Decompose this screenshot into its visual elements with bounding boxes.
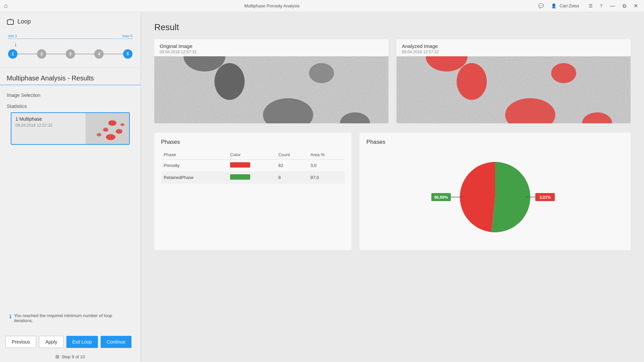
phase-name-1: Porosity [161, 160, 227, 172]
phase-count-1: 82 [276, 160, 308, 172]
svg-point-15 [309, 63, 334, 83]
bottom-buttons: Previous Apply Exit Loop Continue [0, 331, 141, 351]
statistics-label: Statistics [7, 103, 134, 109]
svg-text:↺: ↺ [9, 18, 12, 20]
svg-rect-0 [7, 20, 13, 24]
analysis-row: Phases Phase Color Count Area % Porosity [154, 133, 631, 250]
min-max-labels: min 1 max 5 [7, 34, 134, 38]
steps-row: 1 2 3 4 5 [7, 49, 134, 59]
phases-table-body: Porosity 82 3,0 RetainedPhase 8 97,0 [161, 160, 345, 184]
image-card-info: 1 Multiphase 09.04.2018 12:57:32 [11, 113, 86, 144]
analyzed-image-box: Analyzed Image 09.04.2018 12:57:32 [396, 39, 631, 123]
table-row: Porosity 82 3,0 [161, 160, 345, 172]
images-row: Original Image 09.04.2018 12:57:32 [154, 39, 631, 123]
svg-point-5 [103, 128, 108, 132]
analyzed-image-header: Analyzed Image 09.04.2018 12:57:32 [396, 39, 631, 56]
info-icon: ℹ [9, 313, 11, 320]
phase-count-2: 8 [276, 172, 308, 184]
col-phase: Phase [161, 150, 227, 160]
svg-point-23 [457, 63, 487, 100]
main-layout: ↺ Loop min 1 max 5 ↓ 1 2 3 4 [0, 12, 644, 362]
previous-button[interactable]: Previous [5, 336, 36, 348]
arrow-down: ↓ [7, 41, 134, 48]
title-bar: ⌂ Multiphase Porosity Analysis 💬 👤 Carl … [0, 0, 644, 12]
green-label-text: 96,99% [434, 195, 448, 200]
left-panel: ↺ Loop min 1 max 5 ↓ 1 2 3 4 [0, 12, 141, 362]
loop-title: ↺ Loop [7, 18, 134, 25]
svg-point-8 [97, 133, 101, 136]
red-label-text: 3,01% [539, 195, 551, 200]
close-button[interactable]: ✕ [632, 2, 640, 10]
phase-color-2 [227, 172, 276, 184]
step-line-4 [104, 54, 123, 54]
step-5[interactable]: 5 [123, 49, 132, 59]
continue-button[interactable]: Continue [101, 336, 131, 348]
chat-icon[interactable]: 💬 [536, 3, 546, 9]
loop-icon: ↺ [7, 18, 14, 25]
nav-items: Image Selection Statistics 1 Multiphase … [0, 85, 141, 156]
original-image-svg [154, 56, 388, 123]
pie-segment-red [460, 162, 495, 232]
info-message: ℹ You reached the required minimum numbe… [4, 308, 137, 328]
exit-loop-button[interactable]: Exit Loop [66, 336, 98, 348]
help-icon[interactable]: ? [598, 3, 604, 9]
restore-button[interactable]: ⧉ [621, 2, 628, 10]
step-indicator: ⊞ Step 9 of 10 [0, 351, 141, 362]
minimize-button[interactable]: — [608, 2, 617, 10]
phase-area-2: 97,0 [308, 172, 345, 184]
image-card-thumb [86, 113, 129, 144]
phases-chart-title: Phases [366, 139, 624, 145]
svg-point-9 [120, 123, 124, 126]
step-3[interactable]: 3 [66, 49, 75, 59]
step-line-2 [46, 54, 66, 54]
phase-name-2: RetainedPhase [161, 172, 227, 184]
original-image-header: Original Image 09.04.2018 12:57:32 [154, 39, 388, 56]
step-4[interactable]: 4 [94, 49, 104, 59]
phase-area-1: 3,0 [308, 160, 345, 172]
section-title: Multiphase Analysis - Results [0, 68, 141, 85]
pie-chart-svg: 96,99% 3,01% [425, 154, 566, 241]
svg-point-13 [214, 63, 245, 100]
menu-icon[interactable]: ☰ [587, 3, 595, 9]
col-area: Area % [308, 150, 345, 160]
dashed-line [8, 39, 132, 39]
svg-point-6 [116, 129, 122, 134]
right-panel: Result Original Image 09.04.2018 12:57:3… [141, 12, 644, 362]
swatch-red [230, 162, 250, 168]
result-title: Result [154, 22, 631, 33]
loop-header: ↺ Loop min 1 max 5 ↓ 1 2 3 4 [0, 12, 141, 68]
step-1[interactable]: 1 [8, 49, 17, 59]
step-indicator-icon: ⊞ [55, 354, 59, 359]
image-card-title: 1 Multiphase [15, 116, 82, 122]
title-bar-right: 💬 👤 Carl Zeiss ☰ ? — ⧉ ✕ [536, 2, 640, 10]
phases-chart-box: Phases [360, 133, 631, 250]
nav-image-selection[interactable]: Image Selection [0, 89, 141, 101]
pie-container: 96,99% 3,01% [366, 150, 624, 244]
table-row: RetainedPhase 8 97,0 [161, 172, 345, 184]
statistics-section: Statistics 1 Multiphase 09.04.2018 12:57… [0, 101, 141, 152]
step-line-3 [75, 54, 95, 54]
swatch-green [230, 174, 250, 180]
pie-segment-green [491, 162, 530, 232]
image-card[interactable]: 1 Multiphase 09.04.2018 12:57:32 [11, 112, 130, 145]
steps-area: min 1 max 5 ↓ 1 2 3 4 5 [7, 31, 134, 65]
svg-point-7 [106, 134, 115, 140]
user-avatar[interactable]: 👤 Carl Zeiss [549, 3, 583, 9]
app-title: Multiphase Porosity Analysis [8, 3, 536, 8]
step-2[interactable]: 2 [37, 49, 46, 59]
home-icon[interactable]: ⌂ [4, 2, 8, 9]
col-color: Color [227, 150, 276, 160]
title-bar-left: ⌂ [4, 2, 8, 9]
analyzed-image-svg [396, 56, 631, 123]
phases-table-title: Phases [161, 139, 345, 145]
thumb-image [86, 113, 129, 143]
apply-button[interactable]: Apply [39, 336, 63, 348]
image-card-date: 09.04.2018 12:57:32 [15, 123, 82, 128]
step-line-1 [17, 54, 37, 54]
svg-point-25 [551, 63, 576, 83]
original-image-box: Original Image 09.04.2018 12:57:32 [154, 39, 388, 123]
phase-color-1 [227, 160, 276, 172]
phases-table-box: Phases Phase Color Count Area % Porosity [154, 133, 352, 250]
phases-table: Phase Color Count Area % Porosity 82 3,0 [161, 150, 345, 184]
svg-point-4 [108, 120, 116, 126]
